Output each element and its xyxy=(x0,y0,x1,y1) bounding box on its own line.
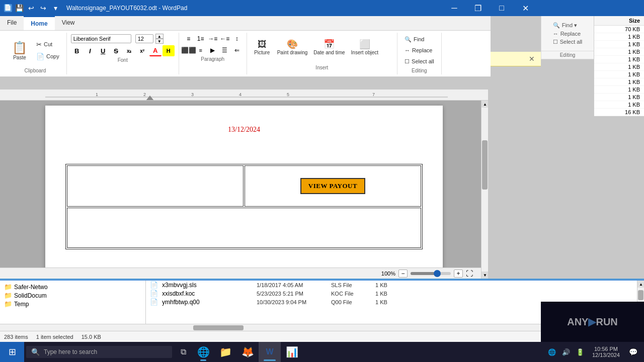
taskbar-explorer[interactable]: 📁 xyxy=(214,342,236,362)
size-row-11: 1 KB xyxy=(594,101,644,109)
list-btn[interactable]: ≡ xyxy=(183,34,194,44)
date-time-button[interactable]: 📅 Date and time xyxy=(311,37,347,57)
subscript-button[interactable]: x₂ xyxy=(123,45,135,56)
replace-button[interactable]: ↔ Replace xyxy=(401,45,437,56)
document-vscroll[interactable]: ▲ ▼ xyxy=(481,101,488,279)
zoom-minus-btn[interactable]: − xyxy=(398,269,408,278)
search-placeholder-text: Type here to search xyxy=(44,348,97,355)
file-row-2[interactable]: 📄 xxisdbxf.koc 5/23/2023 5:21 PM KOC Fil… xyxy=(146,289,637,298)
text-color-button[interactable]: A xyxy=(149,45,162,56)
editing-group: 🔍 Find ↔ Replace ☐ Select all Editing xyxy=(397,33,442,74)
font-size-increase[interactable]: ▲ xyxy=(155,34,164,39)
restore-btn[interactable]: ❐ xyxy=(466,0,490,16)
size-row-8: 1 KB xyxy=(594,78,644,86)
close-btn[interactable]: ✕ xyxy=(514,0,537,16)
file-tree: 📁 Safer-Netwo 📁 SolidDocum 📁 Temp xyxy=(0,281,146,324)
anyrun-logo: ANY▶RUN xyxy=(567,316,618,328)
font-group: ▲ ▼ B I U S x₂ x² A H Font xyxy=(67,33,179,74)
taskbar-edge[interactable]: 🌐 xyxy=(192,342,214,362)
paint-drawing-button[interactable]: 🎨 Paint drawing xyxy=(275,37,310,57)
quick-access-toolbar: 💾 ↩ ↪ ▾ xyxy=(14,3,60,13)
task-view-btn[interactable]: ⧉ xyxy=(174,342,192,362)
line-spacing-btn[interactable]: ↕ xyxy=(231,34,243,44)
zoom-slider[interactable] xyxy=(411,272,451,275)
selected-size: 15.0 KB xyxy=(82,334,101,340)
indent-less-btn[interactable]: ←≡ xyxy=(219,34,230,44)
taskbar-apps: 🌐 📁 🦊 W 📊 xyxy=(192,342,303,362)
font-name-input[interactable] xyxy=(71,34,131,43)
title-bar: 📄 💾 ↩ ↪ ▾ Waltonsignage_PAYOUT6032.odt -… xyxy=(0,0,541,16)
size-row-7: 1 KB xyxy=(594,71,644,78)
file-panel-sizes: Size 70 KB 1 KB 1 KB 1 KB 1 KB 1 KB 1 KB… xyxy=(594,16,644,116)
window-title: Waltonsignage_PAYOUT6032.odt - WordPad xyxy=(66,5,187,12)
picture-button[interactable]: 🖼 Picture xyxy=(251,37,273,57)
search-bar[interactable]: 🔍 Type here to search xyxy=(26,346,172,358)
tab-home[interactable]: Home xyxy=(24,16,54,30)
selected-count: 1 item selected xyxy=(36,334,73,340)
save-quick-btn[interactable]: 💾 xyxy=(14,3,24,13)
folder-safer-netwo[interactable]: 📁 Safer-Netwo xyxy=(2,283,143,291)
notification-center-btn[interactable]: 💬 xyxy=(626,342,640,362)
svg-text:7: 7 xyxy=(372,92,375,97)
insert-object-button[interactable]: ⬜ Insert object xyxy=(349,37,380,57)
align-center-btn[interactable]: ≡ xyxy=(195,45,206,55)
system-clock[interactable]: 10:56 PM 12/13/2024 xyxy=(588,344,624,360)
size-row-6: 1 KB xyxy=(594,63,644,71)
underline-button[interactable]: U xyxy=(97,45,109,56)
vscroll-down-btn[interactable]: ▼ xyxy=(481,272,488,279)
tab-view[interactable]: View xyxy=(55,16,82,30)
rtl-btn[interactable]: ⇐ xyxy=(231,45,243,55)
tray-volume-icon[interactable]: 🔊 xyxy=(560,346,572,358)
zoom-plus-btn[interactable]: + xyxy=(454,269,463,278)
notification-close-btn[interactable]: ✕ xyxy=(529,55,535,63)
font-size-decrease[interactable]: ▼ xyxy=(155,39,164,44)
vscroll-up-btn[interactable]: ▲ xyxy=(481,101,488,108)
ribbon-tabs: File Home View xyxy=(0,16,491,31)
select-all-button[interactable]: ☐ Select all xyxy=(401,56,437,67)
folder-temp[interactable]: 📁 Temp xyxy=(2,300,143,308)
customize-qa-btn[interactable]: ▾ xyxy=(50,3,60,13)
zoom-fit-btn[interactable]: ⛶ xyxy=(466,269,473,278)
justify-btn[interactable]: ☰ xyxy=(219,45,230,55)
strikethrough-button[interactable]: S xyxy=(110,45,122,56)
document-scroll-area[interactable]: 13/12/2024 VIEW PAYOUT xyxy=(0,101,488,279)
vscroll-thumb[interactable] xyxy=(482,140,488,190)
align-right-btn[interactable]: ▶ xyxy=(207,45,218,55)
undo-btn[interactable]: ↩ xyxy=(26,3,36,13)
select-all-btn-right[interactable]: ☐ Select all xyxy=(549,38,587,46)
svg-text:4: 4 xyxy=(239,92,242,97)
taskbar-firefox[interactable]: 🦊 xyxy=(236,342,259,362)
highlight-button[interactable]: H xyxy=(163,45,175,56)
start-button[interactable]: ⊞ xyxy=(0,342,24,362)
find-button[interactable]: 🔍 Find xyxy=(401,34,437,45)
minimize-btn[interactable]: ─ xyxy=(443,0,466,16)
indent-more-btn[interactable]: →≡ xyxy=(207,34,218,44)
tray-network-icon[interactable]: 🌐 xyxy=(546,346,558,358)
tray-battery-icon[interactable]: 🔋 xyxy=(574,346,586,358)
taskbar-word[interactable]: W xyxy=(259,342,281,362)
view-payout-button[interactable]: VIEW PAYOUT xyxy=(300,178,365,194)
tab-file[interactable]: File xyxy=(0,16,24,30)
anyrun-logo-area: ANY▶RUN xyxy=(541,302,644,342)
align-left-btn[interactable]: ⬛⬛ xyxy=(183,45,194,55)
copy-button[interactable]: 📄 Copy xyxy=(33,51,62,62)
cut-button[interactable]: ✂ Cut xyxy=(33,39,62,50)
svg-marker-7 xyxy=(146,96,154,101)
maximize-btn[interactable]: □ xyxy=(490,0,513,16)
numbering-btn[interactable]: 1≡ xyxy=(195,34,206,44)
font-size-input[interactable] xyxy=(135,34,153,43)
replace-btn-right[interactable]: ↔ Replace xyxy=(549,30,587,38)
hscroll-thumb[interactable] xyxy=(193,325,244,330)
items-count: 283 items xyxy=(4,334,28,340)
taskbar-app6[interactable]: 📊 xyxy=(281,342,303,362)
redo-btn[interactable]: ↪ xyxy=(38,3,48,13)
file-row-1[interactable]: 📄 x3mbvvgj.sls 1/18/2017 4:05 AM SLS Fil… xyxy=(146,281,637,289)
paste-button[interactable]: 📋 Paste xyxy=(8,39,31,62)
superscript-button[interactable]: x² xyxy=(136,45,148,56)
right-panel-header: 🔍 Find ▾ ↔ Replace ☐ Select all xyxy=(541,16,594,51)
bold-button[interactable]: B xyxy=(71,45,83,56)
find-btn-right[interactable]: 🔍 Find ▾ xyxy=(549,21,587,30)
italic-button[interactable]: I xyxy=(84,45,96,56)
folder-solid-docum[interactable]: 📁 SolidDocum xyxy=(2,291,143,300)
insert-label: Insert xyxy=(251,65,393,70)
